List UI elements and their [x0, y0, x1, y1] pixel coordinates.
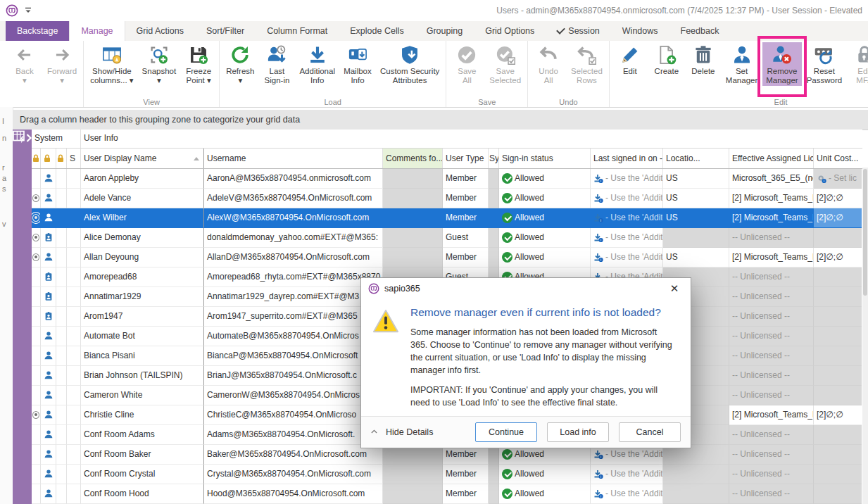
unit-cost-cell[interactable]: [2]∅;∅ — [814, 189, 862, 208]
remove-manager-button[interactable]: RemoveManager — [762, 42, 801, 86]
tab-feedback[interactable]: Feedback — [669, 21, 731, 41]
location-cell[interactable] — [663, 465, 729, 484]
tab-session[interactable]: Session — [546, 21, 610, 41]
signin-status-cell[interactable]: Allowed — [499, 189, 591, 208]
licenses-cell[interactable]: -- Unlicensed -- — [729, 346, 814, 366]
signin-status-cell[interactable]: Allowed — [499, 208, 591, 228]
snapshot-button[interactable]: Snapshot▾ — [139, 42, 180, 86]
licenses-cell[interactable]: Microsoft_365_E5_(no_Tear — [729, 169, 814, 189]
unit-cost-cell[interactable]: [2]∅;∅ — [814, 208, 862, 228]
username-cell[interactable]: Baker@M365x88704954.OnMicrosoft.com — [203, 445, 383, 465]
additional-info-button[interactable]: AdditionalInfo — [296, 42, 339, 86]
column-header-lock-3[interactable] — [56, 149, 67, 168]
last-signed-in-cell[interactable]: i- Use the 'Additior — [591, 208, 663, 228]
tab-column-format[interactable]: Column Format — [256, 21, 339, 41]
unit-cost-cell[interactable] — [814, 346, 862, 366]
column-header-signin-status[interactable]: Sign-in status — [499, 149, 591, 168]
licenses-cell[interactable]: -- Unlicensed -- — [729, 445, 814, 465]
licenses-cell[interactable]: -- Unlicensed -- — [729, 287, 814, 307]
grouping-zone[interactable]: Drag a column header to this grouping zo… — [13, 110, 868, 130]
user-type-cell[interactable]: Member — [443, 208, 489, 228]
tab-grouping[interactable]: Grouping — [415, 21, 474, 41]
username-cell[interactable]: Hood@M365x88704954.OnMicrosoft.com — [203, 484, 383, 504]
display-name-cell[interactable]: Annatimar1929 — [81, 287, 204, 307]
tab-windows[interactable]: Windows — [611, 21, 669, 41]
location-cell[interactable]: US — [663, 208, 729, 228]
tab-sort-filter[interactable]: Sort/Filter — [195, 21, 256, 41]
unit-cost-cell[interactable] — [814, 366, 862, 386]
username-cell[interactable]: Arom1947_superrito.com#EXT#@M365 — [203, 307, 383, 327]
display-name-cell[interactable]: Conf Room Adams — [81, 425, 204, 445]
delete-button[interactable]: Delete — [686, 42, 721, 77]
unit-cost-cell[interactable] — [814, 327, 862, 346]
unit-cost-cell[interactable] — [814, 445, 862, 465]
signin-status-cell[interactable]: Allowed — [499, 248, 591, 267]
location-cell[interactable]: US — [663, 169, 729, 189]
licenses-cell[interactable]: [2] Microsoft_Teams_Enter — [729, 248, 814, 267]
display-name-cell[interactable]: Brian Johnson (TAILSPIN) — [81, 366, 204, 386]
column-header-comments[interactable]: Comments fo... — [383, 149, 443, 168]
licenses-cell[interactable]: -- Unlicensed -- — [729, 267, 814, 287]
licenses-cell[interactable]: [2] Microsoft_Teams_Enter — [729, 208, 814, 228]
unit-cost-cell[interactable] — [814, 267, 862, 287]
user-type-cell[interactable]: Member — [443, 169, 489, 189]
unit-cost-cell[interactable] — [814, 307, 862, 327]
unit-cost-cell[interactable]: [2]∅;∅ — [814, 405, 862, 425]
unit-cost-cell[interactable]: i- Set lic — [814, 169, 862, 189]
display-name-cell[interactable]: Cameron White — [81, 386, 204, 405]
unit-cost-cell[interactable] — [814, 386, 862, 405]
display-name-cell[interactable]: Conf Room Baker — [81, 445, 204, 465]
column-header-last-signed-in[interactable]: Last signed in on - S... — [591, 149, 663, 168]
licenses-cell[interactable]: [2] Microsoft_Teams_Enter — [729, 189, 814, 208]
licenses-cell[interactable]: [2] Microsoft_Teams_Enter — [729, 405, 814, 425]
reset-password-button[interactable]: ResetPassword — [803, 42, 846, 86]
unit-cost-cell[interactable] — [814, 465, 862, 484]
display-name-cell[interactable]: Conf Room Hood — [81, 484, 204, 504]
display-name-cell[interactable]: Arom1947 — [81, 307, 204, 327]
unit-cost-cell[interactable]: [2]∅;∅ — [814, 248, 862, 267]
edit-button[interactable]: Edit — [612, 42, 648, 77]
unit-cost-cell[interactable] — [814, 425, 862, 445]
collapsed-panel-strip[interactable]: Inrasv — [0, 107, 13, 504]
signin-status-cell[interactable]: Allowed — [499, 465, 591, 484]
custom-security-attributes-button[interactable]: Custom SecurityAttributes — [377, 42, 443, 86]
licenses-cell[interactable]: -- Unlicensed -- — [729, 465, 814, 484]
continue-button[interactable]: Continue — [475, 422, 537, 442]
signin-status-cell[interactable]: Allowed — [499, 484, 591, 504]
grid-actions-panel-icon[interactable] — [13, 130, 32, 146]
display-name-cell[interactable]: Automate Bot — [81, 327, 204, 346]
username-cell[interactable]: BrianJ@M365x88704954.OnMicrosoft.c — [203, 366, 383, 386]
user-row-conf-room-hood[interactable]: Conf Room HoodHood@M365x88704954.OnMicro… — [32, 484, 862, 504]
user-row-adele-vance[interactable]: Adele VanceAdeleV@M365x88704954.OnMicros… — [32, 189, 862, 208]
display-name-cell[interactable]: Alice Demonay — [81, 228, 204, 248]
grid-side-panel[interactable] — [13, 130, 32, 504]
licenses-cell[interactable]: -- Unlicensed -- — [729, 327, 814, 346]
vertical-scrollbar[interactable] — [862, 168, 868, 504]
freeze-point-button[interactable]: FreezePoint ▾ — [181, 42, 216, 86]
user-row-aaron-appleby[interactable]: Aaron ApplebyAaronA@M365x88704954.onmicr… — [32, 169, 862, 189]
column-group-user-info[interactable]: User Info — [81, 130, 862, 148]
licenses-cell[interactable]: -- Unlicensed -- — [729, 484, 814, 504]
username-cell[interactable]: BiancaP@M365x88704954.OnMicrosoft — [203, 346, 383, 366]
user-row-alex-wilber[interactable]: Alex WilberAlexW@M365x88704954.OnMicroso… — [32, 208, 862, 228]
user-row-conf-room-crystal[interactable]: Conf Room CrystalCrystal@M365x88704954.O… — [32, 465, 862, 484]
unit-cost-cell[interactable] — [814, 228, 862, 248]
username-cell[interactable]: donaldmdemonay_yahoo.com#EXT#@M365: — [203, 228, 383, 248]
user-type-cell[interactable]: Member — [443, 248, 489, 267]
username-cell[interactable]: AaronA@M365x88704954.onmicrosoft.com — [203, 169, 383, 189]
column-header-lock-2[interactable] — [41, 149, 56, 168]
licenses-cell[interactable]: -- Unlicensed -- — [729, 366, 814, 386]
username-cell[interactable]: AdeleV@M365x88704954.OnMicrosoft.com — [203, 189, 383, 208]
column-header-lock-1[interactable] — [32, 149, 41, 168]
load-info-button[interactable]: Load info — [547, 422, 609, 442]
quick-access-toolbar-icon[interactable] — [24, 7, 32, 14]
display-name-cell[interactable]: Bianca Pisani — [81, 346, 204, 366]
user-type-cell[interactable]: Member — [443, 189, 489, 208]
display-name-cell[interactable]: Alex Wilber — [81, 208, 204, 228]
display-name-cell[interactable]: Adele Vance — [81, 189, 204, 208]
create-button[interactable]: Create — [649, 42, 684, 77]
last-signed-in-cell[interactable]: i- Use the 'Additior — [591, 169, 663, 189]
user-row-allan-deyoung[interactable]: Allan DeyoungAllanD@M365x88704954.OnMicr… — [32, 248, 862, 267]
signin-status-cell[interactable]: Allowed — [499, 228, 591, 248]
display-name-cell[interactable]: Conf Room Crystal — [81, 465, 204, 484]
